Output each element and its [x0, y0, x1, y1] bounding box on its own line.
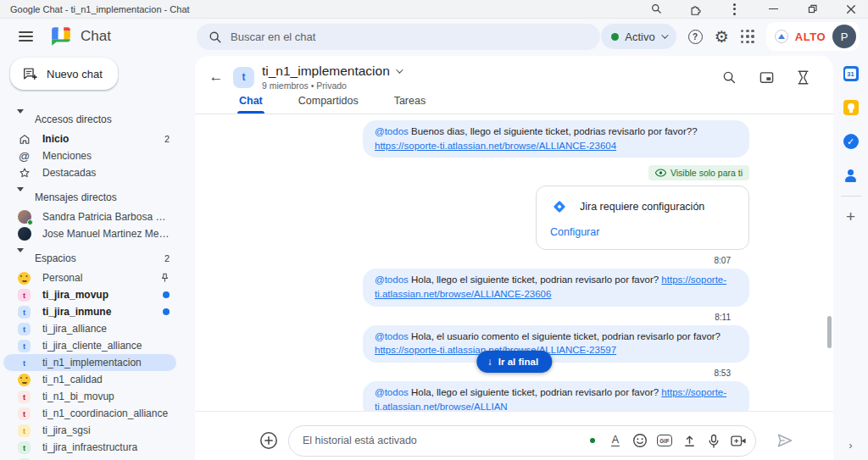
- tab-chat[interactable]: Chat: [237, 92, 264, 114]
- mention-todos[interactable]: @todos: [375, 126, 409, 136]
- help-icon[interactable]: ?: [688, 30, 703, 44]
- item-label: Sandra Patricia Barbosa Mor...: [42, 211, 170, 223]
- get-addons-button[interactable]: +: [846, 208, 855, 224]
- minimize-button[interactable]: [766, 3, 780, 16]
- close-button[interactable]: [844, 3, 858, 16]
- mention-todos[interactable]: @todos: [375, 274, 409, 285]
- emoji-button[interactable]: [632, 432, 648, 449]
- space-item-personal[interactable]: Personal: [3, 269, 176, 286]
- item-label: ti_n1_calidad: [42, 374, 170, 385]
- calendar-app-icon[interactable]: 31: [843, 65, 860, 82]
- ticket-link[interactable]: https://soporte-ti.atlassian.net/browse/…: [375, 141, 616, 151]
- search-bar[interactable]: [197, 24, 600, 50]
- space-item-ti-jira-movup[interactable]: t ti_jira_movup: [3, 286, 176, 303]
- profile-avatar[interactable]: P: [832, 25, 856, 48]
- window-title: Google Chat - ti_n1_implementacion - Cha…: [10, 4, 190, 14]
- space-item-ti-n1-implementacion[interactable]: t ti_n1_implementacion: [3, 354, 176, 371]
- message-input[interactable]: [303, 435, 582, 446]
- tab-compartidos[interactable]: Compartidos: [297, 92, 360, 114]
- item-label: ti_jira_sgsi: [42, 424, 170, 436]
- extensions-icon[interactable]: [688, 3, 702, 16]
- settings-gear-icon[interactable]: ⚙: [715, 29, 729, 45]
- item-label: Inicio: [42, 133, 153, 145]
- expand-panel-chevron-icon[interactable]: ›: [849, 440, 853, 452]
- section-espacios[interactable]: Espacios 2: [3, 249, 176, 268]
- unread-dot: [163, 291, 170, 298]
- item-label: Destacadas: [42, 167, 170, 179]
- space-item-ti-jira-sgsi[interactable]: t ti_jira_sgsi: [3, 422, 176, 439]
- section-shortcuts[interactable]: Accesos directos: [3, 110, 176, 129]
- message-bubble: @todos Hola, llego el siguiente ticket, …: [363, 269, 749, 306]
- mention-todos[interactable]: @todos: [375, 331, 409, 341]
- collapse-caret-icon: [17, 248, 24, 264]
- jira-config-card: Jira requiere configuración Configurar: [536, 186, 749, 250]
- unread-dot: [163, 308, 170, 315]
- space-item-ti-jira-inmune[interactable]: t ti_jira_inmune: [3, 303, 176, 320]
- picture-in-picture-icon[interactable]: [760, 70, 774, 85]
- google-apps-grid-icon[interactable]: [741, 30, 754, 43]
- space-avatar: t: [18, 306, 31, 319]
- presence-status-selector[interactable]: Activo: [601, 24, 676, 49]
- message-timestamp: 8:11: [715, 313, 731, 322]
- contacts-app-icon[interactable]: [843, 167, 860, 184]
- browser-menu-icon[interactable]: [727, 3, 741, 16]
- space-item-ti-n1-datalab[interactable]: t ti_n1_datalab: [3, 456, 176, 460]
- mention-todos[interactable]: @todos: [375, 387, 409, 397]
- google-chat-logo: [50, 25, 72, 47]
- main-menu-icon[interactable]: [19, 31, 33, 42]
- chat-tabs: Chat Compartidos Tareas: [195, 92, 833, 114]
- search-input[interactable]: [231, 30, 588, 43]
- space-item-ti-n1-coordinacion-alliance[interactable]: t ti_n1_coordinacion_alliance: [3, 405, 176, 422]
- tasks-app-icon[interactable]: ✓: [843, 133, 860, 150]
- keep-app-icon[interactable]: [843, 99, 860, 116]
- message-timestamp: 8:53: [715, 369, 731, 378]
- jump-to-latest-button[interactable]: ↓ Ir al final: [476, 351, 552, 373]
- jira-configure-link[interactable]: Configurar: [550, 226, 735, 238]
- browser-titlebar: Google Chat - ti_n1_implementacion - Cha…: [0, 0, 868, 19]
- sidebar-item-inicio[interactable]: Inicio 2: [3, 130, 176, 147]
- account-pill[interactable]: ALTO P: [766, 22, 860, 51]
- search-in-chat-icon[interactable]: [722, 70, 737, 85]
- video-meeting-button[interactable]: [730, 432, 747, 449]
- restore-button[interactable]: [805, 3, 819, 16]
- space-item-ti-n1-calidad[interactable]: ti_n1_calidad: [3, 371, 176, 388]
- browser-zoom-icon[interactable]: [649, 3, 663, 16]
- emoji-avatar: [18, 272, 31, 285]
- history-hourglass-icon[interactable]: [797, 70, 810, 85]
- jump-to-latest-label: Ir al final: [498, 357, 538, 367]
- arrow-down-icon: ↓: [487, 356, 492, 368]
- jira-card-title: Jira requiere configuración: [580, 201, 704, 213]
- upload-button[interactable]: [681, 432, 698, 449]
- space-avatar: t: [18, 441, 31, 454]
- space-item-ti-jira-infraestructura[interactable]: t ti_jira_infraestructura: [3, 439, 176, 456]
- add-attachment-button[interactable]: [259, 431, 278, 450]
- sidebar-item-destacadas[interactable]: Destacadas: [3, 164, 176, 181]
- dm-item[interactable]: Jose Manuel Martinez Mend...: [3, 225, 176, 242]
- chat-panel: ← t ti_n1_implementacion 9 miembros • Pr…: [195, 56, 833, 460]
- dm-item[interactable]: Sandra Patricia Barbosa Mor...: [3, 208, 176, 225]
- room-title-menu[interactable]: ti_n1_implementacion: [262, 64, 401, 79]
- chat-scrollbar[interactable]: [827, 316, 832, 348]
- section-label: Espacios: [35, 252, 76, 264]
- sidebar: Nuevo chat Accesos directos Inicio 2 @ M…: [0, 54, 195, 460]
- back-arrow-icon[interactable]: ←: [207, 69, 225, 86]
- item-label: Personal: [42, 272, 149, 284]
- sidebar-item-menciones[interactable]: @ Menciones: [3, 147, 176, 164]
- space-item-ti-jira-alliance[interactable]: t ti_jira_alliance: [3, 320, 176, 337]
- mic-button[interactable]: [705, 432, 722, 449]
- item-label: Jose Manuel Martinez Mend...: [42, 228, 170, 240]
- item-label: ti_jira_infraestructura: [42, 441, 170, 453]
- item-label: ti_n1_coordinacion_alliance: [42, 407, 170, 419]
- gif-button[interactable]: GIF: [656, 432, 673, 449]
- message-text: Buenos dias, llego el siguiente ticket, …: [409, 126, 698, 136]
- collapse-caret-icon: [17, 109, 24, 125]
- section-direct-messages[interactable]: Mensajes directos: [3, 188, 176, 207]
- history-on-dot: [590, 438, 595, 443]
- text-format-button[interactable]: A: [607, 432, 624, 449]
- space-avatar: t: [18, 391, 31, 403]
- space-item-ti-n1-bi-movup[interactable]: t ti_n1_bi_movup: [3, 388, 176, 405]
- new-chat-button[interactable]: Nuevo chat: [10, 58, 118, 90]
- send-button[interactable]: [776, 433, 793, 448]
- space-item-ti-jira-cliente-alliance[interactable]: t ti_jira_cliente_alliance: [3, 337, 176, 354]
- tab-tareas[interactable]: Tareas: [392, 92, 428, 114]
